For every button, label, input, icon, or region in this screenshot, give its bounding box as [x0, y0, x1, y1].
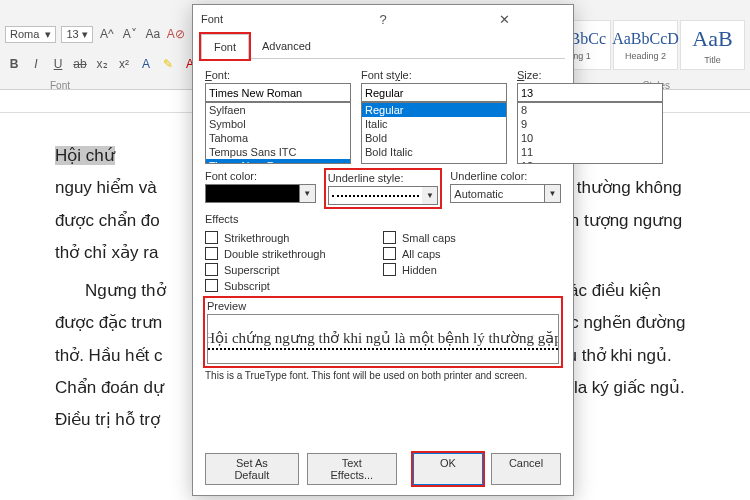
chk-hidden[interactable]: Hidden [383, 263, 561, 276]
preview-box: Hội chứng ngưng thở khi ngủ là một bệnh … [207, 314, 559, 364]
chk-small-caps[interactable]: Small caps [383, 231, 561, 244]
list-item[interactable]: 10 [518, 131, 662, 145]
font-color-combo[interactable]: ▼ [205, 184, 316, 203]
list-item[interactable]: 8 [518, 103, 662, 117]
style-input[interactable] [361, 83, 507, 102]
highlight-icon[interactable]: ✎ [159, 55, 177, 73]
bold-icon[interactable]: B [5, 55, 23, 73]
text-effects-button[interactable]: Text Effects... [307, 453, 397, 485]
styles-gallery[interactable]: AaBbCcding 1 AaBbCcDHeading 2 AaBTitle [546, 20, 745, 70]
list-item-selected[interactable]: Regular [362, 103, 506, 117]
label-underline-color: Underline color: [450, 170, 561, 182]
set-default-button[interactable]: Set As Default [205, 453, 299, 485]
font-input[interactable] [205, 83, 351, 102]
underline-icon[interactable]: U [49, 55, 67, 73]
chk-subscript[interactable]: Subscript [205, 279, 383, 292]
size-input[interactable] [517, 83, 663, 102]
subscript-icon[interactable]: x₂ [93, 55, 111, 73]
change-case-icon[interactable]: Aa [144, 25, 162, 43]
list-item[interactable]: Bold Italic [362, 145, 506, 159]
color-swatch [205, 184, 300, 203]
list-item[interactable]: Sylfaen [206, 103, 350, 117]
chk-superscript[interactable]: Superscript [205, 263, 383, 276]
chk-double-strike[interactable]: Double strikethrough [205, 247, 383, 260]
effects-label: Effects [205, 213, 561, 225]
list-item[interactable]: 11 [518, 145, 662, 159]
label-underline-style: Underline style: [328, 172, 439, 184]
label-size: Size: [517, 69, 663, 81]
list-item[interactable]: Italic [362, 117, 506, 131]
dialog-titlebar: Font ? ✕ [193, 5, 573, 33]
underline-style-combo[interactable]: ▼ [328, 186, 439, 205]
preview-text: Hội chứng ngưng thở khi ngủ là một bệnh … [207, 329, 559, 350]
font-size-select[interactable]: 13 ▾ [61, 26, 92, 43]
tab-font[interactable]: Font [201, 34, 249, 59]
strike-icon[interactable]: ab [71, 55, 89, 73]
font-hint: This is a TrueType font. This font will … [205, 370, 561, 381]
chevron-down-icon[interactable]: ▼ [545, 184, 561, 203]
list-item[interactable]: Tempus Sans ITC [206, 145, 350, 159]
grow-font-icon[interactable]: A^ [98, 25, 116, 43]
list-item[interactable]: 12 [518, 159, 662, 164]
ok-button[interactable]: OK [413, 453, 483, 485]
size-list[interactable]: 8 9 10 11 12 [517, 102, 663, 164]
shrink-font-icon[interactable]: A˅ [121, 25, 139, 43]
text-effect-icon[interactable]: A [137, 55, 155, 73]
superscript-icon[interactable]: x² [115, 55, 133, 73]
underline-color-value: Automatic [450, 184, 545, 203]
style-list[interactable]: Regular Italic Bold Bold Italic [361, 102, 507, 164]
font-name-select[interactable]: Roma ▾ [5, 26, 56, 43]
label-font-color: Font color: [205, 170, 316, 182]
underline-color-combo[interactable]: Automatic ▼ [450, 184, 561, 203]
help-button[interactable]: ? [322, 9, 443, 29]
dialog-tabs: Font Advanced [201, 33, 565, 59]
font-list[interactable]: Sylfaen Symbol Tahoma Tempus Sans ITC Ti… [205, 102, 351, 164]
close-button[interactable]: ✕ [444, 9, 565, 29]
preview-label: Preview [207, 300, 559, 312]
label-style: Font style: [361, 69, 507, 81]
chevron-down-icon[interactable]: ▼ [422, 186, 438, 205]
list-item[interactable]: Bold [362, 131, 506, 145]
clear-format-icon[interactable]: A⊘ [167, 25, 185, 43]
list-item-selected[interactable]: Times New Roman [206, 159, 350, 164]
label-font: Font: [205, 69, 351, 81]
font-dialog: Font ? ✕ Font Advanced Font: Sylfaen Sym… [192, 4, 574, 496]
chevron-down-icon[interactable]: ▼ [300, 184, 316, 203]
dialog-title: Font [201, 13, 322, 25]
cancel-button[interactable]: Cancel [491, 453, 561, 485]
tab-advanced[interactable]: Advanced [249, 33, 324, 58]
list-item[interactable]: Tahoma [206, 131, 350, 145]
chk-strikethrough[interactable]: Strikethrough [205, 231, 383, 244]
italic-icon[interactable]: I [27, 55, 45, 73]
style-heading2[interactable]: AaBbCcDHeading 2 [613, 20, 678, 70]
group-label-font: Font [50, 80, 70, 91]
style-title[interactable]: AaBTitle [680, 20, 745, 70]
list-item[interactable]: Symbol [206, 117, 350, 131]
chk-all-caps[interactable]: All caps [383, 247, 561, 260]
underline-sample [328, 186, 423, 205]
selected-text: Hội chứ [55, 146, 115, 165]
list-item[interactable]: 9 [518, 117, 662, 131]
